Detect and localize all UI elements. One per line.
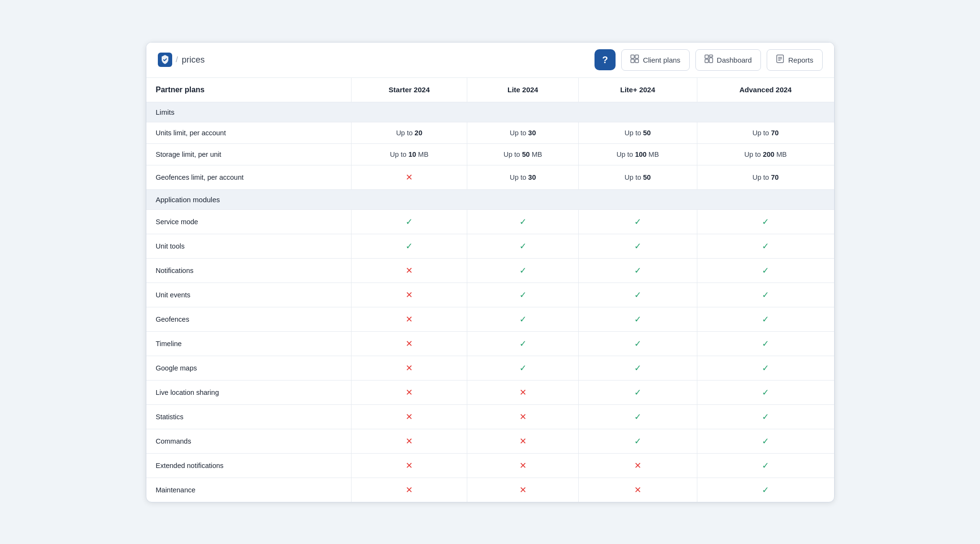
table-cell: ✓ xyxy=(578,234,697,258)
check-mark-icon: ✓ xyxy=(762,363,769,373)
table-cell: ✓ xyxy=(578,258,697,283)
table-cell: ✓ xyxy=(697,429,834,453)
table-cell: ✕ xyxy=(467,478,578,502)
table-row: Commands ✕ ✕ ✓ ✓ xyxy=(146,429,834,453)
table-cell: ✓ xyxy=(578,331,697,356)
table-cell: ✓ xyxy=(697,331,834,356)
check-mark-icon: ✓ xyxy=(634,412,641,422)
svg-rect-6 xyxy=(709,55,713,57)
table-cell: ✕ xyxy=(351,380,467,404)
feature-label: Commands xyxy=(146,429,352,453)
client-plans-button[interactable]: Client plans xyxy=(621,49,689,71)
help-button[interactable]: ? xyxy=(595,49,616,70)
table-cell: ✕ xyxy=(351,258,467,283)
table-cell: ✓ xyxy=(467,234,578,258)
col-header-feature: Partner plans xyxy=(146,78,352,102)
check-mark-icon: ✓ xyxy=(762,290,769,300)
table-cell: ✕ xyxy=(351,165,467,189)
feature-label: Units limit, per account xyxy=(146,122,352,143)
brand-shield-icon xyxy=(158,53,172,67)
table-row: Extended notifications ✕ ✕ ✕ ✓ xyxy=(146,453,834,478)
reports-button[interactable]: Reports xyxy=(767,49,823,71)
table-cell: ✓ xyxy=(467,331,578,356)
cross-mark-icon: ✕ xyxy=(406,290,413,300)
table-cell: Up to 50 xyxy=(578,165,697,189)
limit-value: 100 xyxy=(635,151,647,158)
check-mark-icon: ✓ xyxy=(762,241,769,251)
table-row: Unit events ✕ ✓ ✓ ✓ xyxy=(146,283,834,307)
table-row: Service mode ✓ ✓ ✓ ✓ xyxy=(146,209,834,234)
table-cell: ✓ xyxy=(578,380,697,404)
check-mark-icon: ✓ xyxy=(762,461,769,470)
table-cell: ✕ xyxy=(467,404,578,429)
limit-value: 50 xyxy=(643,129,651,137)
pricing-table-container: Partner plans Starter 2024 Lite 2024 Lit… xyxy=(146,78,834,502)
table-cell: ✓ xyxy=(697,453,834,478)
table-row: Geofences limit, per account ✕ Up to 30 … xyxy=(146,165,834,189)
reports-icon xyxy=(776,54,784,65)
table-cell: ✓ xyxy=(697,307,834,331)
col-header-advanced: Advanced 2024 xyxy=(697,78,834,102)
check-mark-icon: ✓ xyxy=(519,339,527,348)
check-mark-icon: ✓ xyxy=(519,217,527,227)
svg-rect-2 xyxy=(635,55,639,58)
cross-mark-icon: ✕ xyxy=(406,266,413,275)
table-cell: ✓ xyxy=(697,209,834,234)
breadcrumb-page: prices xyxy=(182,55,205,65)
check-mark-icon: ✓ xyxy=(762,388,769,397)
table-cell: ✓ xyxy=(578,283,697,307)
table-cell: ✓ xyxy=(467,209,578,234)
cross-mark-icon: ✕ xyxy=(406,339,413,348)
limit-value: 10 xyxy=(408,151,416,158)
dashboard-icon xyxy=(705,54,713,65)
table-cell: Up to 50 MB xyxy=(467,143,578,165)
table-cell: ✓ xyxy=(697,404,834,429)
feature-label: Google maps xyxy=(146,356,352,380)
check-mark-icon: ✓ xyxy=(634,339,641,348)
check-mark-icon: ✓ xyxy=(634,290,641,300)
feature-label: Unit events xyxy=(146,283,352,307)
check-mark-icon: ✓ xyxy=(634,217,641,227)
table-cell: ✓ xyxy=(467,283,578,307)
check-mark-icon: ✓ xyxy=(762,339,769,348)
check-mark-icon: ✓ xyxy=(634,315,641,324)
cross-mark-icon: ✕ xyxy=(406,173,413,182)
table-cell: Up to 200 MB xyxy=(697,143,834,165)
check-mark-icon: ✓ xyxy=(406,241,413,251)
table-cell: ✕ xyxy=(351,453,467,478)
section-header-application-modules: Application modules xyxy=(146,189,834,209)
limit-value: 200 xyxy=(763,151,774,158)
cross-mark-icon: ✕ xyxy=(406,315,413,324)
check-mark-icon: ✓ xyxy=(519,290,527,300)
table-cell: ✕ xyxy=(467,380,578,404)
table-cell: ✓ xyxy=(697,283,834,307)
table-cell: Up to 50 xyxy=(578,122,697,143)
table-cell: ✓ xyxy=(578,404,697,429)
table-cell: Up to 100 MB xyxy=(578,143,697,165)
check-mark-icon: ✓ xyxy=(519,363,527,373)
cross-mark-icon: ✕ xyxy=(406,436,413,446)
limit-value: 30 xyxy=(528,129,536,137)
section-header-limits: Limits xyxy=(146,102,834,122)
feature-label: Service mode xyxy=(146,209,352,234)
table-cell: ✓ xyxy=(467,258,578,283)
cross-mark-icon: ✕ xyxy=(519,485,527,495)
check-mark-icon: ✓ xyxy=(519,241,527,251)
table-row: Units limit, per account Up to 20 Up to … xyxy=(146,122,834,143)
feature-label: Statistics xyxy=(146,404,352,429)
limit-value: 70 xyxy=(771,174,779,181)
table-cell: ✓ xyxy=(697,478,834,502)
check-mark-icon: ✓ xyxy=(762,436,769,446)
dashboard-button[interactable]: Dashboard xyxy=(695,49,761,71)
table-cell: ✓ xyxy=(697,234,834,258)
table-cell: ✕ xyxy=(351,283,467,307)
cross-mark-icon: ✕ xyxy=(406,412,413,422)
feature-label: Maintenance xyxy=(146,478,352,502)
limit-value: 70 xyxy=(771,129,779,137)
table-row: Notifications ✕ ✓ ✓ ✓ xyxy=(146,258,834,283)
table-cell: ✓ xyxy=(351,209,467,234)
table-cell: ✓ xyxy=(351,234,467,258)
app-container: / prices ? Client plans xyxy=(146,42,835,502)
check-mark-icon: ✓ xyxy=(406,217,413,227)
table-cell: ✓ xyxy=(697,258,834,283)
